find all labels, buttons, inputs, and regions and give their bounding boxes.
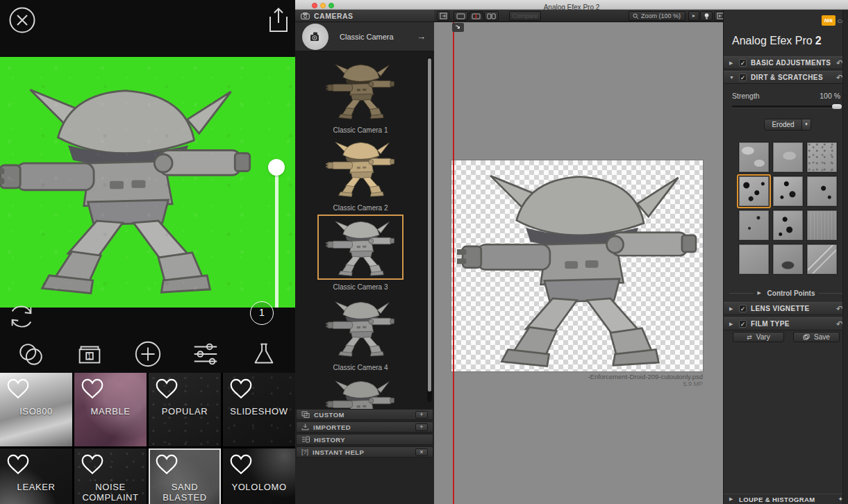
split-view-button[interactable] bbox=[469, 11, 483, 21]
collapse-triangle-icon[interactable]: ▶ bbox=[758, 290, 763, 296]
chevron-right-icon[interactable]: → bbox=[417, 31, 426, 42]
collapse-triangle-icon[interactable]: ▶ bbox=[729, 496, 735, 502]
texture-thumb[interactable] bbox=[806, 176, 838, 207]
camera-item[interactable]: Classic Camera 2 bbox=[295, 137, 426, 212]
formula-tile[interactable]: ISO800 bbox=[0, 373, 72, 446]
scrollbar-thumb[interactable] bbox=[428, 58, 431, 392]
flask-icon[interactable] bbox=[248, 338, 280, 370]
section-history[interactable]: HISTORY bbox=[296, 434, 433, 445]
texture-style-dropdown[interactable]: Eroded ▼ bbox=[764, 119, 811, 131]
layers-count-badge[interactable]: 1 bbox=[250, 301, 274, 325]
formula-tile-selected[interactable]: SAND BLASTED bbox=[149, 448, 221, 504]
add-custom-button[interactable]: + bbox=[415, 411, 428, 419]
film-type-header[interactable]: ▶ ✓ FILM TYPE ↶ bbox=[724, 317, 848, 330]
favorite-heart-icon[interactable] bbox=[155, 453, 178, 476]
loupe-histogram-header[interactable]: ▶ LOUPE & HISTOGRAM ✦ bbox=[724, 494, 848, 504]
texture-thumb[interactable] bbox=[772, 244, 804, 275]
section-instant-help[interactable]: [?] INSTANT HELP × bbox=[296, 446, 433, 457]
collapse-triangle-icon[interactable]: ▶ bbox=[729, 306, 735, 312]
formula-label: ISO800 bbox=[0, 406, 72, 417]
lens-vignette-header[interactable]: ▶ ✓ LENS VIGNETTE ↶ bbox=[724, 302, 848, 315]
zoom-traffic-light[interactable] bbox=[329, 3, 334, 8]
texture-thumb[interactable] bbox=[772, 176, 804, 207]
rotate-icon[interactable] bbox=[7, 302, 36, 331]
lightbulb-icon[interactable] bbox=[700, 11, 713, 21]
camera-category-label: Classic Camera bbox=[340, 33, 394, 41]
favorite-heart-icon[interactable] bbox=[6, 378, 30, 400]
formula-label: NOISE COMPLAINT bbox=[74, 482, 147, 503]
expand-triangle-icon[interactable]: ▼ bbox=[729, 75, 735, 80]
chevron-down-icon[interactable]: ▼ bbox=[801, 119, 810, 130]
zoom-dropdown-arrow[interactable]: ▸ bbox=[688, 11, 699, 21]
cameras-panel-header[interactable]: CAMERAS bbox=[295, 10, 434, 22]
file-meta: -Enforcement-Droid-209-cutoutonly.psd 5.… bbox=[451, 373, 703, 387]
intensity-slider-knob[interactable] bbox=[268, 159, 285, 176]
formula-tile[interactable]: YOLOLOMO bbox=[223, 448, 295, 504]
camera-category-row[interactable]: Classic Camera → bbox=[295, 22, 434, 51]
texture-thumb[interactable] bbox=[806, 142, 838, 173]
formula-tile[interactable]: LEAKER bbox=[0, 448, 72, 504]
vary-button[interactable]: ⇄ Vary bbox=[733, 332, 784, 342]
compare-button[interactable]: Compare bbox=[509, 11, 541, 21]
close-traffic-light[interactable] bbox=[312, 3, 317, 8]
collapse-triangle-icon[interactable]: ▶ bbox=[729, 60, 735, 66]
favorite-heart-icon[interactable] bbox=[81, 378, 104, 400]
section-custom[interactable]: CUSTOM + bbox=[296, 409, 433, 420]
camera-icon bbox=[301, 12, 310, 19]
texture-thumb[interactable] bbox=[806, 210, 838, 241]
collapse-triangle-icon[interactable]: ▶ bbox=[729, 321, 735, 327]
control-points-row[interactable]: ▶ Control Points bbox=[724, 287, 848, 299]
camera-item[interactable]: Classic Camera 4 bbox=[295, 297, 426, 371]
editor-canvas[interactable]: -Enforcement-Droid-209-cutoutonly.psd 5.… bbox=[434, 22, 723, 504]
adjustments-icon[interactable] bbox=[190, 338, 222, 370]
texture-thumb-selected[interactable] bbox=[738, 176, 770, 207]
close-help-button[interactable]: × bbox=[415, 448, 428, 456]
texture-thumb[interactable] bbox=[738, 142, 770, 173]
window-titlebar[interactable]: Analog Efex Pro 2 bbox=[295, 0, 848, 10]
camera-list-scrollbar[interactable] bbox=[427, 57, 432, 402]
dirt-scratches-header[interactable]: ▼ ✓ DIRT & SCRATCHES ↶ bbox=[724, 71, 848, 84]
camera-item[interactable]: Classic Camera 1 bbox=[295, 60, 426, 134]
add-icon[interactable] bbox=[132, 338, 164, 370]
enabled-checkbox[interactable]: ✓ bbox=[739, 74, 747, 81]
formulas-icon[interactable] bbox=[15, 338, 47, 370]
basic-adjustments-header[interactable]: ▶ ✓ BASIC ADJUSTMENTS ↶ bbox=[724, 56, 848, 69]
formula-tile[interactable]: SLIDESHOW bbox=[223, 373, 295, 446]
strength-slider-handle[interactable] bbox=[832, 104, 842, 109]
formula-tile[interactable]: MARBLE bbox=[74, 373, 147, 446]
texture-thumb[interactable] bbox=[738, 244, 770, 275]
favorite-heart-icon[interactable] bbox=[229, 378, 253, 400]
texture-thumb[interactable] bbox=[772, 210, 804, 241]
window-scrollbar[interactable] bbox=[842, 10, 848, 504]
side-by-side-view-button[interactable] bbox=[484, 11, 499, 21]
favorite-heart-icon[interactable] bbox=[81, 453, 104, 476]
frames-icon[interactable]: 1 bbox=[74, 338, 106, 370]
texture-thumb[interactable] bbox=[738, 210, 770, 241]
zoom-control[interactable]: Zoom (100 %) bbox=[629, 11, 685, 21]
strength-slider[interactable] bbox=[732, 106, 840, 108]
camera-item-selected[interactable]: Classic Camera 3 bbox=[295, 217, 426, 291]
intensity-slider-track[interactable] bbox=[275, 175, 278, 308]
favorite-heart-icon[interactable] bbox=[155, 378, 178, 400]
enabled-checkbox[interactable]: ✓ bbox=[739, 320, 747, 328]
single-view-button[interactable] bbox=[454, 11, 468, 21]
minimize-traffic-light[interactable] bbox=[320, 3, 326, 8]
add-imported-button[interactable]: + bbox=[415, 423, 428, 431]
save-button[interactable]: Save bbox=[793, 332, 840, 342]
texture-thumb[interactable] bbox=[806, 244, 838, 275]
split-handle-icon[interactable] bbox=[452, 23, 464, 32]
enabled-checkbox[interactable]: ✓ bbox=[739, 305, 747, 312]
section-imported[interactable]: IMPORTED + bbox=[296, 421, 433, 432]
share-icon[interactable] bbox=[267, 6, 290, 34]
enabled-checkbox[interactable]: ✓ bbox=[739, 59, 747, 67]
split-preview-line[interactable] bbox=[453, 22, 454, 504]
export-panel-icon[interactable] bbox=[437, 11, 449, 21]
formula-tile[interactable]: POPULAR bbox=[149, 373, 221, 446]
close-icon[interactable] bbox=[8, 6, 36, 34]
camera-item-partial[interactable] bbox=[295, 376, 426, 409]
mobile-top-bar bbox=[0, 0, 295, 57]
favorite-heart-icon[interactable] bbox=[6, 453, 30, 476]
favorite-heart-icon[interactable] bbox=[229, 453, 253, 476]
texture-thumb[interactable] bbox=[772, 142, 804, 173]
formula-tile[interactable]: NOISE COMPLAINT bbox=[74, 448, 147, 504]
